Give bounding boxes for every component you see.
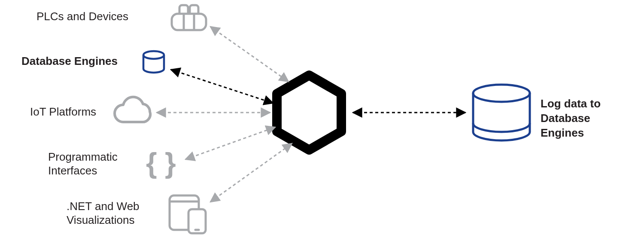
connector-programmatic: [185, 127, 275, 159]
center-hexagon-icon: [277, 75, 341, 150]
node-programmatic-interfaces: Programmatic Interfaces { }: [48, 147, 176, 179]
plcs-devices-icon: [172, 5, 206, 30]
log-database-label-1: Log data to: [541, 97, 601, 110]
svg-point-3: [143, 51, 164, 59]
programmatic-interfaces-label-1: Programmatic: [48, 150, 118, 163]
node-database-engines: Database Engines: [21, 51, 164, 73]
large-database-cylinder-icon: [473, 85, 530, 140]
database-engines-label: Database Engines: [21, 55, 118, 67]
braces-icon: { }: [146, 147, 176, 179]
devices-icon: [170, 195, 206, 233]
connector-database-engines: [171, 70, 273, 103]
svg-point-9: [473, 85, 530, 102]
log-database-label-2: Database: [541, 112, 590, 125]
database-cylinder-icon: [143, 51, 164, 73]
architecture-diagram: PLCs and Devices Database Engines IoT Pl…: [0, 0, 644, 238]
svg-marker-8: [277, 75, 341, 150]
node-log-database: Log data to Database Engines: [473, 85, 601, 140]
node-plcs-devices: PLCs and Devices: [36, 5, 206, 30]
plcs-devices-label: PLCs and Devices: [36, 10, 128, 23]
node-iot-platforms: IoT Platforms: [30, 97, 150, 122]
dotnet-web-label-1: .NET and Web: [67, 200, 140, 213]
node-dotnet-web: .NET and Web Visualizations: [67, 195, 206, 233]
programmatic-interfaces-label-2: Interfaces: [48, 164, 97, 177]
connector-dotnet: [210, 143, 292, 202]
svg-rect-0: [172, 14, 206, 30]
connector-plcs: [210, 27, 289, 82]
iot-platforms-label: IoT Platforms: [30, 105, 96, 118]
log-database-label-3: Engines: [541, 126, 584, 139]
cloud-icon: [115, 97, 150, 122]
dotnet-web-label-2: Visualizations: [67, 214, 135, 226]
